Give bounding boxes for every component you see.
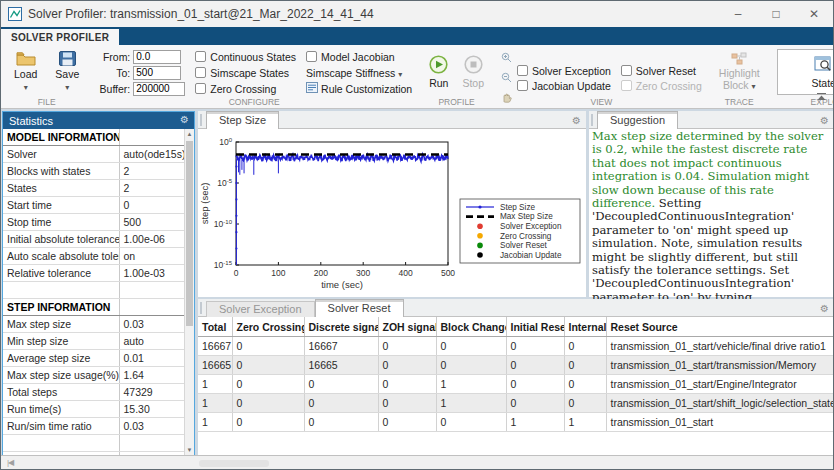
stats-row[interactable]: Max step size0.03 bbox=[3, 316, 184, 333]
svg-text:time (sec): time (sec) bbox=[321, 279, 363, 290]
buffer-input[interactable] bbox=[133, 82, 185, 96]
step-size-panel: Step Size 10010-510-1010-150100200300400… bbox=[198, 111, 586, 297]
from-label: From: bbox=[96, 51, 130, 63]
suggestion-highlight: Max step size determined by the solver i… bbox=[592, 129, 823, 210]
rule-customization-button[interactable]: Rule Customization bbox=[306, 82, 412, 95]
step-size-chart[interactable]: 10010-510-1010-150100200300400500time (s… bbox=[198, 129, 584, 295]
svg-text:300: 300 bbox=[356, 268, 370, 278]
solver-reset-checkbox[interactable]: Solver Reset bbox=[621, 63, 702, 78]
minimize-button[interactable]: – bbox=[719, 1, 757, 27]
table-row[interactable]: 1000011transmission_01_start bbox=[198, 413, 834, 432]
continuous-states-checkbox[interactable]: Continuous States bbox=[195, 49, 296, 64]
stats-row-cell: 0.03 bbox=[119, 418, 184, 435]
collapse-ribbon-button[interactable] bbox=[816, 87, 827, 105]
solver-reset-label: Solver Reset bbox=[636, 65, 696, 77]
stats-row[interactable]: Relative tolerance1.00e-03 bbox=[3, 265, 184, 282]
stats-row-cell: 2 bbox=[119, 180, 184, 197]
scroll-up-icon[interactable]: ▲ bbox=[185, 129, 194, 139]
panel-grip[interactable] bbox=[200, 114, 202, 126]
stats-row-cell: Solver bbox=[3, 146, 119, 163]
horizontal-scrollbar-thumb[interactable] bbox=[199, 460, 269, 467]
table-cell: transmission_01_start/Engine/Integrator bbox=[606, 375, 834, 394]
load-button[interactable]: Load bbox=[9, 51, 42, 92]
stats-row[interactable]: Min step sizeauto bbox=[3, 333, 184, 350]
stats-row[interactable]: Initial absolute tolerance1.00e-06 bbox=[3, 231, 184, 248]
gear-icon[interactable] bbox=[820, 116, 829, 126]
jacobian-update-checkbox[interactable]: Jacobian Update bbox=[517, 78, 611, 93]
from-input[interactable] bbox=[133, 50, 181, 64]
zero-crossing-label: Zero Crossing bbox=[210, 83, 276, 95]
highlight-label-2: Block bbox=[723, 79, 756, 91]
to-input[interactable] bbox=[133, 66, 181, 80]
zero-crossing-checkbox[interactable]: Zero Crossing bbox=[195, 81, 296, 96]
stats-row-cell: Max step size bbox=[3, 316, 119, 333]
table-row[interactable]: 1000100transmission_01_start/Engine/Inte… bbox=[198, 375, 834, 394]
table-cell: 1 bbox=[436, 375, 506, 394]
column-header[interactable]: Reset Source bbox=[606, 317, 834, 337]
panel-grip[interactable] bbox=[591, 114, 593, 126]
gear-icon[interactable] bbox=[572, 116, 581, 126]
table-row[interactable]: 166670166670000transmission_01_start/veh… bbox=[198, 337, 834, 356]
table-cell: 1 bbox=[198, 394, 232, 413]
stats-row[interactable]: Run/sim time ratio0.03 bbox=[3, 418, 184, 435]
column-header[interactable]: Zero Crossing bbox=[232, 317, 304, 337]
stats-row-cell: 2 bbox=[119, 163, 184, 180]
panel-grip[interactable] bbox=[200, 302, 202, 314]
scrollbar-thumb[interactable] bbox=[186, 141, 193, 326]
stats-row[interactable]: States2 bbox=[3, 180, 184, 197]
stats-row[interactable]: Average step size0.01 bbox=[3, 350, 184, 367]
close-button[interactable]: ✕ bbox=[795, 1, 833, 27]
maximize-button[interactable]: □ bbox=[757, 1, 795, 27]
simscape-states-checkbox[interactable]: Simscape States bbox=[195, 65, 296, 80]
stop-button[interactable]: Stop bbox=[457, 55, 489, 88]
table-row[interactable]: 1000100transmission_01_start/shift_logic… bbox=[198, 394, 834, 413]
tab-step-size[interactable]: Step Size bbox=[206, 111, 279, 129]
column-header[interactable]: Discrete signal bbox=[304, 317, 378, 337]
suggestion-tabbar: Suggestion bbox=[589, 111, 834, 129]
stats-row[interactable]: Auto scale absolute toleran...on bbox=[3, 248, 184, 265]
collapse-left-icon[interactable] bbox=[7, 458, 13, 467]
column-header[interactable]: Initial Reset bbox=[506, 317, 564, 337]
load-label: Load bbox=[14, 68, 37, 80]
stats-row-cell: Auto scale absolute toleran... bbox=[3, 248, 119, 265]
tab-suggestion[interactable]: Suggestion bbox=[597, 111, 678, 129]
rule-customization-label: Rule Customization bbox=[321, 83, 412, 95]
table-cell: 0 bbox=[506, 394, 564, 413]
stats-row-cell: Run time(s) bbox=[3, 401, 119, 418]
gear-icon[interactable] bbox=[180, 115, 189, 125]
table-row[interactable]: 166650166650000transmission_01_start/tra… bbox=[198, 356, 834, 375]
run-button[interactable]: Run bbox=[424, 55, 453, 88]
tab-solver-reset[interactable]: Solver Reset bbox=[315, 299, 404, 317]
statistics-table: MODEL INFORMATIONSolverauto(ode15s)Block… bbox=[3, 129, 184, 455]
stats-row[interactable]: Start time0 bbox=[3, 197, 184, 214]
tab-solver-exception[interactable]: Solver Exception bbox=[206, 301, 315, 317]
stats-row[interactable]: Run time(s)15.30 bbox=[3, 401, 184, 418]
svg-text:0: 0 bbox=[234, 268, 239, 278]
stats-row[interactable]: Max step size usage(%)1.64 bbox=[3, 367, 184, 384]
stats-row[interactable]: Total steps47329 bbox=[3, 384, 184, 401]
column-header[interactable]: Total bbox=[198, 317, 232, 337]
gear-icon[interactable] bbox=[820, 304, 829, 314]
table-cell: 0 bbox=[378, 413, 436, 432]
column-header[interactable]: ZOH signal bbox=[378, 317, 436, 337]
svg-text:Solver Reset: Solver Reset bbox=[500, 241, 548, 250]
model-jacobian-checkbox[interactable]: Model Jacobian bbox=[306, 49, 412, 64]
solver-exception-checkbox[interactable]: Solver Exception bbox=[517, 63, 611, 78]
statistics-title: Statistics bbox=[9, 115, 53, 127]
statistics-scrollbar[interactable]: ▲ ▼ bbox=[184, 129, 194, 455]
simscape-stiffness-dropdown[interactable]: Simscape Stiffness bbox=[306, 67, 412, 79]
scroll-down-icon[interactable]: ▼ bbox=[185, 445, 194, 455]
stats-section-header-cell bbox=[119, 299, 184, 316]
stats-row[interactable]: Stop time500 bbox=[3, 214, 184, 231]
zoom-out-icon[interactable] bbox=[501, 69, 512, 87]
stats-row[interactable]: Blocks with states2 bbox=[3, 163, 184, 180]
zoom-in-icon[interactable] bbox=[501, 49, 512, 67]
stats-row[interactable]: Solverauto(ode15s) bbox=[3, 146, 184, 163]
table-cell: 0 bbox=[232, 337, 304, 356]
stats-spacer-row-cell bbox=[119, 435, 184, 452]
simscape-stiffness-label: Simscape Stiffness bbox=[306, 67, 395, 79]
table-cell: 16665 bbox=[304, 356, 378, 375]
column-header[interactable]: Internal bbox=[564, 317, 606, 337]
save-button[interactable]: Save bbox=[50, 51, 84, 92]
column-header[interactable]: Block Change bbox=[436, 317, 506, 337]
